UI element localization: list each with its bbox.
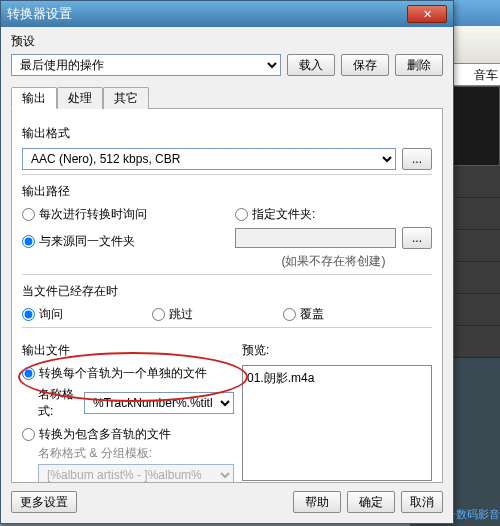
close-button[interactable]: ✕ — [407, 5, 447, 23]
multi-template-label: 名称格式 & 分组模板: — [38, 445, 234, 462]
load-button[interactable]: 载入 — [287, 54, 335, 76]
each-name-select[interactable]: %TrackNumber%.%titl — [84, 392, 234, 414]
save-button[interactable]: 保存 — [341, 54, 389, 76]
help-button[interactable]: 帮助 — [293, 491, 341, 513]
cancel-button[interactable]: 取消 — [401, 491, 443, 513]
each-name-label: 名称格式: — [38, 386, 78, 420]
tab-other[interactable]: 其它 — [103, 87, 149, 109]
browse-button[interactable]: ... — [402, 227, 432, 249]
output-files-label: 输出文件 — [22, 342, 234, 359]
radio-exists-overwrite[interactable]: 覆盖 — [283, 307, 324, 321]
radio-specify-folder[interactable]: 指定文件夹: — [235, 207, 315, 221]
output-format-label: 输出格式 — [22, 125, 432, 142]
radio-ask-each-time[interactable]: 每次进行转换时询问 — [22, 207, 147, 221]
output-format-more-button[interactable]: ... — [402, 148, 432, 170]
output-format-select[interactable]: AAC (Nero), 512 kbps, CBR — [22, 148, 396, 170]
radio-exists-ask[interactable]: 询问 — [22, 307, 63, 321]
preview-box[interactable]: 01.朗影.m4a — [242, 365, 432, 481]
tab-output[interactable]: 输出 — [11, 87, 57, 109]
ok-button[interactable]: 确定 — [347, 491, 395, 513]
preset-label: 预设 — [11, 33, 443, 50]
folder-hint: (如果不存在将创建) — [235, 253, 432, 270]
radio-same-as-source[interactable]: 与来源同一文件夹 — [22, 234, 135, 248]
radio-multi-track[interactable]: 转换为包含多音轨的文件 — [22, 427, 171, 441]
output-panel: 输出格式 AAC (Nero), 512 kbps, CBR ... 输出路径 … — [11, 109, 443, 483]
radio-exists-skip[interactable]: 跳过 — [152, 307, 193, 321]
delete-button[interactable]: 删除 — [395, 54, 443, 76]
preview-item[interactable]: 01.朗影.m4a — [247, 370, 427, 387]
more-settings-button[interactable]: 更多设置 — [11, 491, 77, 513]
converter-settings-dialog: 转换器设置 ✕ 预设 最后使用的操作 载入 保存 删除 输出 处理 其它 输出格… — [0, 0, 454, 524]
radio-each-track[interactable]: 转换每个音轨为一个单独的文件 — [22, 366, 207, 380]
multi-template-select: [%album artist% - ]%album% — [38, 464, 234, 483]
tab-bar: 输出 处理 其它 — [11, 86, 443, 109]
preview-label: 预览: — [242, 342, 432, 359]
window-title: 转换器设置 — [7, 5, 72, 23]
folder-input — [235, 228, 396, 248]
exists-label: 当文件已经存在时 — [22, 283, 432, 300]
output-path-label: 输出路径 — [22, 183, 432, 200]
tab-process[interactable]: 处理 — [57, 87, 103, 109]
preset-select[interactable]: 最后使用的操作 — [11, 54, 281, 76]
titlebar[interactable]: 转换器设置 ✕ — [1, 1, 453, 27]
dialog-actions: 更多设置 帮助 确定 取消 — [11, 491, 443, 513]
